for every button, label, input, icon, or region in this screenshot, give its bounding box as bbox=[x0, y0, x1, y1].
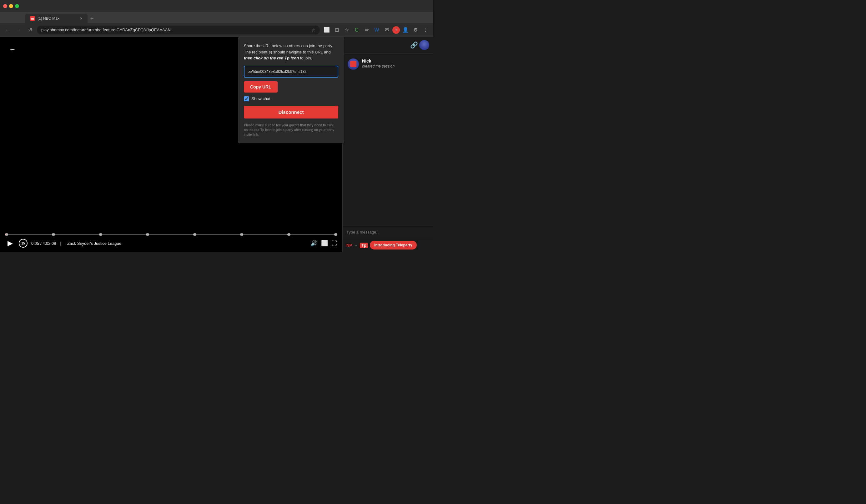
skip-button[interactable]: 15 bbox=[19, 239, 27, 248]
chapter-marker bbox=[99, 233, 102, 236]
chapter-marker bbox=[193, 233, 196, 236]
message-avatar bbox=[348, 58, 359, 70]
star-icon[interactable]: ☆ bbox=[342, 26, 351, 34]
chapter-marker bbox=[287, 233, 290, 236]
chat-messages: Nick created the session bbox=[343, 54, 433, 226]
controls-row: ▶ 15 0:05 / 4:02:08 | Zack Snyder's Just… bbox=[5, 238, 337, 248]
arrow-icon: → bbox=[354, 243, 358, 248]
share-popup: Share the URL below so others can join t… bbox=[238, 37, 344, 143]
extensions-icon[interactable]: ⊞ bbox=[332, 26, 341, 34]
address-bar[interactable]: play.hbomax.com/feature/urn:hbo:feature:… bbox=[37, 26, 320, 34]
time-display: 0:05 / 4:02:08 bbox=[31, 241, 56, 246]
screen-capture-icon[interactable]: ⬜ bbox=[322, 26, 331, 34]
tab-bar: m (1) HBO Max × + bbox=[0, 12, 433, 23]
grammarly-icon[interactable]: G bbox=[352, 26, 361, 34]
chat-footer: NP → Tp Introducing Teleparty bbox=[343, 238, 433, 252]
message-content: Nick created the session bbox=[362, 58, 395, 68]
forward-button[interactable]: → bbox=[14, 26, 23, 34]
address-bar-row: ← → ↺ play.hbomax.com/feature/urn:hbo:fe… bbox=[0, 23, 433, 37]
chat-input[interactable] bbox=[346, 230, 429, 235]
progress-bar[interactable] bbox=[5, 234, 337, 235]
teleparty-toolbar-icon[interactable]: T bbox=[392, 26, 400, 34]
main-content: ← ▶ 15 bbox=[0, 37, 433, 252]
separator: | bbox=[60, 241, 61, 246]
chapter-marker bbox=[146, 233, 149, 236]
back-button[interactable]: ← bbox=[3, 26, 12, 34]
tab-hbo-max[interactable]: m (1) HBO Max × bbox=[25, 14, 88, 23]
show-chat-label: Show chat bbox=[251, 96, 270, 101]
chapter-marker bbox=[52, 233, 55, 236]
browser-chrome bbox=[0, 0, 433, 12]
reload-button[interactable]: ↺ bbox=[26, 26, 34, 34]
copy-url-button[interactable]: Copy URL bbox=[244, 81, 278, 92]
close-window-button[interactable] bbox=[3, 4, 7, 8]
profile-icon[interactable]: 👤 bbox=[401, 26, 410, 34]
chapter-marker bbox=[334, 233, 337, 236]
np-badge: NP bbox=[346, 243, 352, 248]
settings-icon[interactable]: ⚙ bbox=[411, 26, 420, 34]
right-controls: 🔊 ⬜ ⛶ bbox=[310, 240, 337, 247]
tab-favicon: m bbox=[30, 16, 35, 21]
video-controls: ▶ 15 0:05 / 4:02:08 | Zack Snyder's Just… bbox=[0, 231, 342, 252]
message-sender: Nick bbox=[362, 58, 395, 64]
address-icons: ☆ bbox=[311, 27, 315, 33]
right-sidebar: 🔗 Share the URL below so others can join… bbox=[342, 37, 433, 252]
chapter-marker bbox=[5, 233, 8, 236]
traffic-lights bbox=[3, 4, 19, 8]
popup-footer-text: Please make sure to tell your guests tha… bbox=[244, 123, 338, 137]
url-input-container bbox=[244, 66, 338, 78]
chat-input-row bbox=[343, 226, 433, 238]
edit-icon[interactable]: ✏ bbox=[362, 26, 371, 34]
show-chat-checkbox[interactable] bbox=[244, 96, 249, 101]
toolbar-icons: ⬜ ⊞ ☆ G ✏ W ✉ T 👤 ⚙ ⋮ bbox=[322, 26, 430, 34]
minimize-window-button[interactable] bbox=[9, 4, 13, 8]
disconnect-button[interactable]: Disconnect bbox=[244, 106, 338, 119]
introducing-teleparty-button[interactable]: Introducing Teleparty bbox=[370, 241, 417, 249]
bookmark-icon[interactable]: ☆ bbox=[311, 27, 315, 33]
tp-badge: Tp bbox=[360, 243, 368, 248]
email-icon[interactable]: ✉ bbox=[382, 26, 391, 34]
new-tab-button[interactable]: + bbox=[88, 14, 96, 23]
progress-dots bbox=[5, 233, 337, 236]
chat-message: Nick created the session bbox=[348, 58, 428, 70]
more-options-icon[interactable]: ⋮ bbox=[421, 26, 430, 34]
subtitles-button[interactable]: ⬜ bbox=[321, 240, 328, 247]
volume-button[interactable]: 🔊 bbox=[310, 240, 317, 247]
fullscreen-button[interactable]: ⛶ bbox=[332, 240, 337, 247]
popup-description: Share the URL below so others can join t… bbox=[244, 43, 338, 61]
maximize-window-button[interactable] bbox=[15, 4, 19, 8]
share-link-icon[interactable]: 🔗 bbox=[409, 40, 419, 50]
word-icon[interactable]: W bbox=[373, 26, 381, 34]
tab-title: (1) HBO Max bbox=[37, 16, 59, 21]
show-chat-row: Show chat bbox=[244, 96, 338, 101]
url-input[interactable] bbox=[244, 66, 338, 78]
address-text: play.hbomax.com/feature/urn:hbo:feature:… bbox=[41, 27, 171, 32]
chapter-marker bbox=[240, 233, 243, 236]
chat-area: Nick created the session NP → Tp Introdu… bbox=[343, 54, 433, 252]
sidebar-top: 🔗 bbox=[343, 37, 433, 54]
avatar-image bbox=[419, 40, 429, 50]
user-avatar-button[interactable] bbox=[419, 40, 429, 50]
copy-url-button-container: Copy URL bbox=[244, 81, 338, 96]
back-arrow-icon: ← bbox=[9, 45, 16, 54]
message-text: created the session bbox=[362, 64, 395, 68]
back-video-button[interactable]: ← bbox=[5, 42, 20, 57]
video-title: Zack Snyder's Justice League bbox=[67, 241, 121, 246]
avatar-shield-icon bbox=[350, 61, 356, 67]
tab-close-button[interactable]: × bbox=[80, 16, 82, 21]
play-button[interactable]: ▶ bbox=[5, 238, 15, 248]
